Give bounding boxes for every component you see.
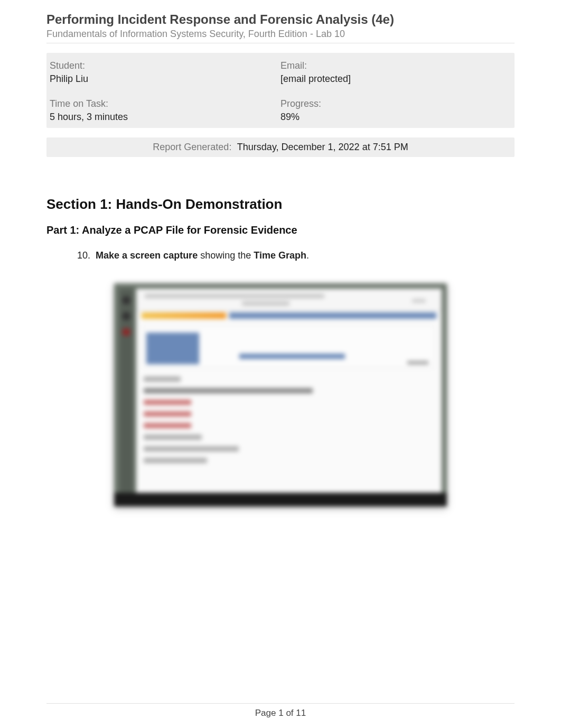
time-on-task-value: 5 hours, 3 minutes	[50, 112, 280, 123]
screenshot-sidebar	[119, 289, 133, 501]
task-text-end: .	[306, 250, 309, 261]
task-bold-1: Make a screen capture	[96, 250, 198, 261]
sidebar-dot-icon	[122, 312, 130, 320]
part-title: Part 1: Analyze a PCAP File for Forensic…	[46, 224, 515, 236]
progress-value: 89%	[280, 112, 511, 123]
task-text-mid: showing the	[198, 250, 254, 261]
task-item: 10. Make a screen capture showing the Ti…	[77, 249, 515, 262]
email-label: Email:	[280, 60, 511, 71]
task-number: 10.	[77, 249, 96, 262]
document-title: Performing Incident Response and Forensi…	[46, 12, 515, 27]
sidebar-dot-icon	[122, 296, 130, 305]
task-instruction: Make a screen capture showing the Time G…	[96, 249, 515, 262]
task-list: 10. Make a screen capture showing the Ti…	[46, 249, 515, 262]
embedded-screenshot	[114, 283, 447, 506]
report-generated-value: Thursday, December 1, 2022 at 7:51 PM	[237, 142, 408, 152]
footer-divider	[46, 703, 515, 704]
screenshot-tabs	[136, 311, 442, 320]
task-bold-2: Time Graph	[254, 250, 306, 261]
student-label: Student:	[50, 60, 280, 71]
email-value: [email protected]	[280, 73, 511, 85]
report-generated-bar: Report Generated: Thursday, December 1, …	[46, 137, 515, 157]
screenshot-topbar	[136, 289, 442, 311]
document-subtitle: Fundamentals of Information Systems Secu…	[46, 29, 515, 40]
info-card: Student: Philip Liu Email: [email protec…	[46, 53, 515, 128]
page-footer: Page 1 of 11	[0, 708, 561, 718]
section-title: Section 1: Hands-On Demonstration	[46, 196, 515, 213]
document-page: Performing Incident Response and Forensi…	[0, 0, 561, 728]
screenshot-list	[144, 376, 434, 463]
sidebar-dot-icon	[122, 328, 130, 336]
screenshot-time-graph	[144, 326, 434, 368]
progress-label: Progress:	[280, 98, 511, 109]
divider	[46, 43, 515, 43]
screenshot-status-bar	[114, 493, 447, 506]
time-on-task-label: Time on Task:	[50, 98, 280, 109]
screenshot-image	[114, 283, 447, 506]
report-generated-label: Report Generated:	[153, 142, 231, 152]
student-value: Philip Liu	[50, 73, 280, 85]
screenshot-main	[136, 289, 442, 501]
